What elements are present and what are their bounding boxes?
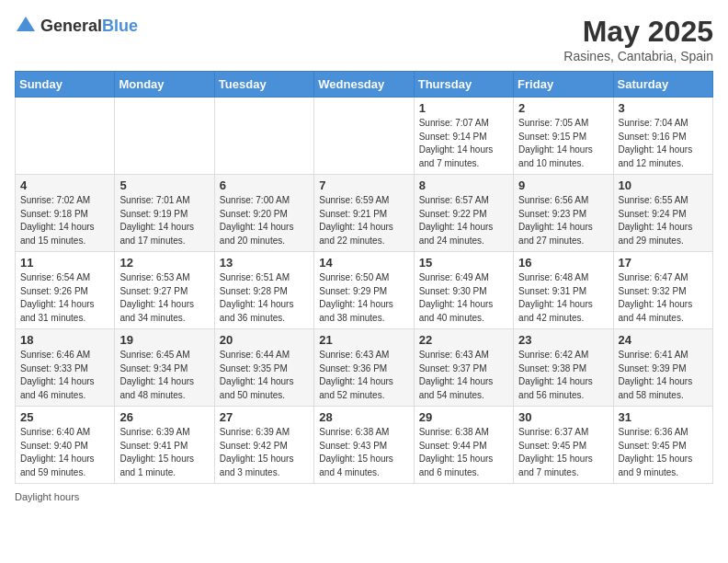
day-info: Sunrise: 6:50 AM Sunset: 9:29 PM Dayligh… bbox=[319, 271, 408, 325]
day-number: 19 bbox=[119, 333, 209, 347]
calendar-cell: 11Sunrise: 6:54 AM Sunset: 9:26 PM Dayli… bbox=[16, 252, 115, 329]
day-number: 7 bbox=[319, 178, 408, 192]
calendar-week-row: 18Sunrise: 6:46 AM Sunset: 9:33 PM Dayli… bbox=[16, 329, 713, 407]
day-info: Sunrise: 6:56 AM Sunset: 9:23 PM Dayligh… bbox=[518, 194, 608, 247]
day-info: Sunrise: 6:38 AM Sunset: 9:43 PM Dayligh… bbox=[319, 426, 408, 479]
day-number: 16 bbox=[518, 256, 608, 270]
day-number: 28 bbox=[319, 410, 408, 424]
day-info: Sunrise: 6:46 AM Sunset: 9:33 PM Dayligh… bbox=[20, 349, 109, 402]
day-info: Sunrise: 7:01 AM Sunset: 9:19 PM Dayligh… bbox=[119, 194, 209, 247]
day-info: Sunrise: 7:07 AM Sunset: 9:14 PM Dayligh… bbox=[419, 117, 508, 170]
calendar-cell: 6Sunrise: 7:00 AM Sunset: 9:20 PM Daylig… bbox=[214, 175, 313, 252]
day-info: Sunrise: 6:39 AM Sunset: 9:41 PM Dayligh… bbox=[119, 426, 209, 479]
day-number: 2 bbox=[518, 101, 608, 115]
day-info: Sunrise: 7:00 AM Sunset: 9:20 PM Dayligh… bbox=[220, 194, 309, 247]
footer-note: Daylight hours bbox=[15, 491, 713, 502]
day-number: 13 bbox=[220, 256, 309, 270]
day-number: 26 bbox=[119, 410, 209, 424]
day-number: 8 bbox=[419, 178, 508, 192]
day-info: Sunrise: 6:43 AM Sunset: 9:36 PM Dayligh… bbox=[319, 349, 408, 402]
day-number: 12 bbox=[119, 256, 209, 270]
calendar-header-row: SundayMondayTuesdayWednesdayThursdayFrid… bbox=[16, 72, 713, 98]
day-number: 15 bbox=[419, 256, 508, 270]
day-info: Sunrise: 7:02 AM Sunset: 9:18 PM Dayligh… bbox=[20, 194, 109, 247]
day-number: 22 bbox=[419, 333, 508, 347]
day-number: 27 bbox=[220, 410, 309, 424]
day-info: Sunrise: 7:05 AM Sunset: 9:15 PM Dayligh… bbox=[518, 117, 608, 170]
weekday-header-saturday: Saturday bbox=[613, 72, 712, 98]
calendar-cell: 27Sunrise: 6:39 AM Sunset: 9:42 PM Dayli… bbox=[214, 407, 313, 484]
calendar-cell bbox=[16, 98, 115, 175]
calendar-cell: 20Sunrise: 6:44 AM Sunset: 9:35 PM Dayli… bbox=[214, 329, 313, 407]
calendar-cell: 13Sunrise: 6:51 AM Sunset: 9:28 PM Dayli… bbox=[214, 252, 313, 329]
calendar-week-row: 11Sunrise: 6:54 AM Sunset: 9:26 PM Dayli… bbox=[16, 252, 713, 329]
day-number: 31 bbox=[619, 410, 708, 424]
day-number: 6 bbox=[220, 178, 309, 192]
day-number: 23 bbox=[518, 333, 608, 347]
calendar-cell: 7Sunrise: 6:59 AM Sunset: 9:21 PM Daylig… bbox=[314, 175, 414, 252]
day-info: Sunrise: 6:47 AM Sunset: 9:32 PM Dayligh… bbox=[619, 271, 708, 325]
calendar-cell: 30Sunrise: 6:37 AM Sunset: 9:45 PM Dayli… bbox=[514, 407, 613, 484]
calendar-cell: 8Sunrise: 6:57 AM Sunset: 9:22 PM Daylig… bbox=[414, 175, 513, 252]
calendar-cell: 1Sunrise: 7:07 AM Sunset: 9:14 PM Daylig… bbox=[414, 98, 513, 175]
weekday-header-wednesday: Wednesday bbox=[314, 72, 414, 98]
day-info: Sunrise: 6:54 AM Sunset: 9:26 PM Dayligh… bbox=[20, 271, 109, 325]
calendar-cell: 26Sunrise: 6:39 AM Sunset: 9:41 PM Dayli… bbox=[115, 407, 214, 484]
weekday-header-sunday: Sunday bbox=[16, 72, 115, 98]
calendar-cell: 4Sunrise: 7:02 AM Sunset: 9:18 PM Daylig… bbox=[16, 175, 115, 252]
calendar-cell: 22Sunrise: 6:43 AM Sunset: 9:37 PM Dayli… bbox=[414, 329, 513, 407]
day-info: Sunrise: 6:36 AM Sunset: 9:45 PM Dayligh… bbox=[619, 426, 708, 479]
weekday-header-tuesday: Tuesday bbox=[214, 72, 313, 98]
calendar-cell: 24Sunrise: 6:41 AM Sunset: 9:39 PM Dayli… bbox=[613, 329, 712, 407]
day-info: Sunrise: 6:48 AM Sunset: 9:31 PM Dayligh… bbox=[518, 271, 608, 325]
day-info: Sunrise: 6:55 AM Sunset: 9:24 PM Dayligh… bbox=[619, 194, 708, 247]
calendar-week-row: 1Sunrise: 7:07 AM Sunset: 9:14 PM Daylig… bbox=[16, 98, 713, 175]
day-number: 4 bbox=[20, 178, 109, 192]
day-info: Sunrise: 6:53 AM Sunset: 9:27 PM Dayligh… bbox=[119, 271, 209, 325]
day-info: Sunrise: 6:57 AM Sunset: 9:22 PM Dayligh… bbox=[419, 194, 508, 247]
logo: GeneralBlue bbox=[15, 15, 138, 37]
day-info: Sunrise: 6:41 AM Sunset: 9:39 PM Dayligh… bbox=[619, 349, 708, 402]
calendar-cell bbox=[314, 98, 414, 175]
calendar-cell: 23Sunrise: 6:42 AM Sunset: 9:38 PM Dayli… bbox=[514, 329, 613, 407]
logo-text: GeneralBlue bbox=[40, 17, 138, 36]
day-info: Sunrise: 6:45 AM Sunset: 9:34 PM Dayligh… bbox=[119, 349, 209, 402]
calendar-cell: 18Sunrise: 6:46 AM Sunset: 9:33 PM Dayli… bbox=[16, 329, 115, 407]
calendar-cell: 12Sunrise: 6:53 AM Sunset: 9:27 PM Dayli… bbox=[115, 252, 214, 329]
day-number: 5 bbox=[119, 178, 209, 192]
day-info: Sunrise: 6:59 AM Sunset: 9:21 PM Dayligh… bbox=[319, 194, 408, 247]
day-number: 14 bbox=[319, 256, 408, 270]
calendar-cell: 21Sunrise: 6:43 AM Sunset: 9:36 PM Dayli… bbox=[314, 329, 414, 407]
calendar-cell: 31Sunrise: 6:36 AM Sunset: 9:45 PM Dayli… bbox=[613, 407, 712, 484]
svg-marker-0 bbox=[17, 17, 35, 31]
day-number: 18 bbox=[20, 333, 109, 347]
calendar-week-row: 25Sunrise: 6:40 AM Sunset: 9:40 PM Dayli… bbox=[16, 407, 713, 484]
day-info: Sunrise: 6:37 AM Sunset: 9:45 PM Dayligh… bbox=[518, 426, 608, 479]
day-info: Sunrise: 6:40 AM Sunset: 9:40 PM Dayligh… bbox=[20, 426, 109, 479]
weekday-header-monday: Monday bbox=[115, 72, 214, 98]
day-info: Sunrise: 6:49 AM Sunset: 9:30 PM Dayligh… bbox=[419, 271, 508, 325]
calendar-cell: 10Sunrise: 6:55 AM Sunset: 9:24 PM Dayli… bbox=[613, 175, 712, 252]
day-number: 30 bbox=[518, 410, 608, 424]
calendar-cell: 28Sunrise: 6:38 AM Sunset: 9:43 PM Dayli… bbox=[314, 407, 414, 484]
day-number: 29 bbox=[419, 410, 508, 424]
page-header: GeneralBlue May 2025 Rasines, Cantabria,… bbox=[15, 15, 713, 63]
location-title: Rasines, Cantabria, Spain bbox=[563, 49, 713, 63]
calendar-cell: 14Sunrise: 6:50 AM Sunset: 9:29 PM Dayli… bbox=[314, 252, 414, 329]
day-info: Sunrise: 7:04 AM Sunset: 9:16 PM Dayligh… bbox=[619, 117, 708, 170]
title-block: May 2025 Rasines, Cantabria, Spain bbox=[563, 15, 713, 63]
day-number: 10 bbox=[619, 178, 708, 192]
day-number: 21 bbox=[319, 333, 408, 347]
day-info: Sunrise: 6:43 AM Sunset: 9:37 PM Dayligh… bbox=[419, 349, 508, 402]
calendar-cell: 15Sunrise: 6:49 AM Sunset: 9:30 PM Dayli… bbox=[414, 252, 513, 329]
calendar-cell: 19Sunrise: 6:45 AM Sunset: 9:34 PM Dayli… bbox=[115, 329, 214, 407]
day-number: 11 bbox=[20, 256, 109, 270]
day-info: Sunrise: 6:38 AM Sunset: 9:44 PM Dayligh… bbox=[419, 426, 508, 479]
calendar-cell: 25Sunrise: 6:40 AM Sunset: 9:40 PM Dayli… bbox=[16, 407, 115, 484]
calendar-cell bbox=[115, 98, 214, 175]
day-number: 20 bbox=[220, 333, 309, 347]
weekday-header-thursday: Thursday bbox=[414, 72, 513, 98]
day-number: 1 bbox=[419, 101, 508, 115]
calendar-cell: 16Sunrise: 6:48 AM Sunset: 9:31 PM Dayli… bbox=[514, 252, 613, 329]
calendar-week-row: 4Sunrise: 7:02 AM Sunset: 9:18 PM Daylig… bbox=[16, 175, 713, 252]
